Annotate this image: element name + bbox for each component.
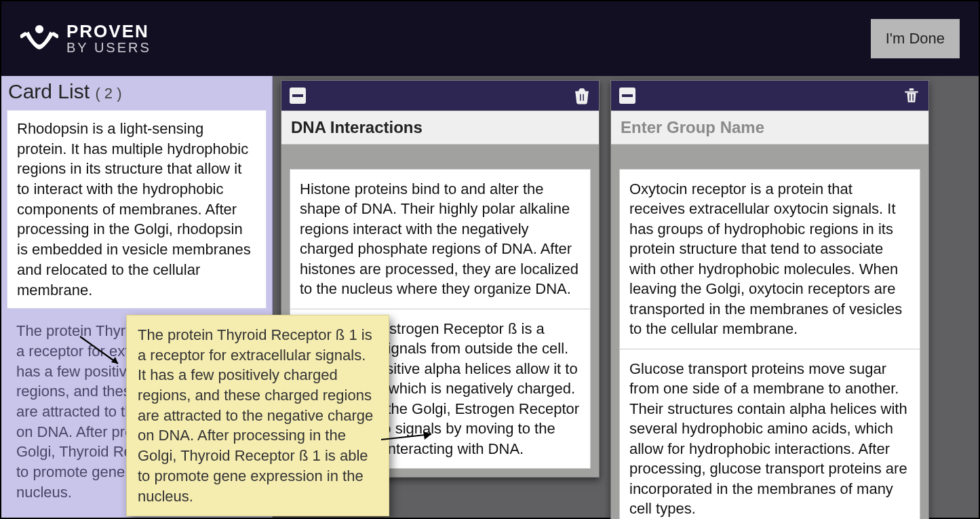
group-panel: Enter Group Name Oxytocin receptor is a … — [610, 80, 929, 519]
collapse-button[interactable] — [290, 88, 306, 104]
group-title-input[interactable]: Enter Group Name — [611, 111, 928, 145]
svg-rect-7 — [905, 92, 918, 93]
brand-line2: BY USERS — [66, 41, 151, 55]
group-header — [281, 81, 599, 111]
collapse-button[interactable] — [619, 88, 635, 104]
group-card[interactable]: Glucose transport proteins move sugar fr… — [619, 349, 920, 519]
logo-icon — [20, 20, 58, 58]
group-card[interactable]: Histone proteins bind to and alter the s… — [290, 169, 591, 309]
card-list-count: ( 2 ) — [95, 85, 121, 102]
trash-icon[interactable] — [573, 87, 591, 104]
brand-text: PROVEN BY USERS — [66, 22, 151, 55]
brand-logo: PROVEN BY USERS — [20, 20, 151, 58]
trash-icon[interactable] — [903, 87, 920, 104]
done-button[interactable]: I'm Done — [871, 19, 960, 58]
app-frame: PROVEN BY USERS I'm Done Card List ( 2 )… — [0, 0, 980, 519]
group-card[interactable]: Oxytocin receptor is a protein that rece… — [619, 169, 920, 349]
sidebar-card[interactable]: Rhodopsin is a light-sensing protein. It… — [7, 110, 267, 309]
svg-rect-2 — [575, 92, 589, 93]
svg-rect-8 — [909, 88, 914, 90]
group-body[interactable]: Oxytocin receptor is a protein that rece… — [611, 145, 928, 519]
stage: Card List ( 2 ) Rhodopsin is a light-sen… — [1, 76, 979, 518]
header: PROVEN BY USERS I'm Done — [1, 1, 979, 76]
collapse-icon — [622, 94, 633, 97]
svg-rect-1 — [292, 94, 303, 97]
svg-rect-6 — [622, 94, 633, 97]
brand-line1: PROVEN — [66, 22, 151, 41]
card-list-title-text: Card List — [8, 80, 90, 102]
collapse-icon — [292, 94, 303, 97]
card-list-title: Card List ( 2 ) — [1, 76, 272, 110]
group-title-input[interactable]: DNA Interactions — [281, 111, 599, 145]
svg-point-0 — [35, 25, 43, 33]
svg-rect-3 — [580, 88, 585, 90]
group-header — [611, 81, 928, 111]
dragging-card[interactable]: The protein Thyroid Receptor ß 1 is a re… — [126, 315, 389, 516]
